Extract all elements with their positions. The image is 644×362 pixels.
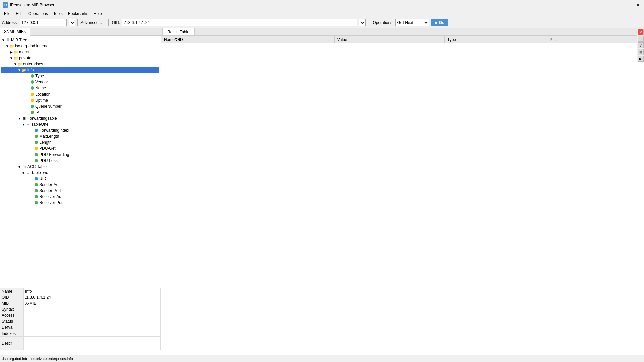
label-sender-ad: Sender-Ad: [39, 182, 58, 187]
operations-select[interactable]: Get Next Get Get Bulk Set Walk Table: [395, 19, 429, 26]
expand-private[interactable]: ▼: [9, 56, 13, 60]
tree-node-name[interactable]: Name: [1, 85, 159, 91]
icon-mib-tree: 🖥: [6, 38, 10, 42]
tree-node-tableone[interactable]: ▼ ≡ TableOne: [1, 121, 159, 127]
label-enterprises: enterprises: [23, 62, 43, 66]
label-maxlength: MaxLength: [39, 134, 59, 139]
icon-pdu-get: [34, 146, 39, 151]
tree-node-sender-ad[interactable]: Sender-Ad: [1, 182, 159, 188]
sidebar-icon-play[interactable]: ▶: [638, 56, 644, 62]
address-dropdown[interactable]: [69, 19, 75, 26]
label-pdu-loss: PDU-Loss: [39, 158, 58, 163]
menu-help[interactable]: Help: [91, 11, 105, 17]
icon-forwardingindex: [34, 128, 39, 133]
title-bar: iR iReasoning MIB Browser ─ □ ✕: [0, 0, 644, 10]
sidebar-icon-help[interactable]: ?: [638, 42, 644, 48]
tree-node-type[interactable]: Type: [1, 73, 159, 79]
tree-node-uid[interactable]: UID: [1, 176, 159, 182]
close-button[interactable]: ✕: [635, 2, 641, 8]
tree-node-location[interactable]: Location: [1, 91, 159, 97]
col-type: Type: [445, 36, 546, 43]
result-tab-bar: Result Table: [161, 28, 644, 36]
toolbar: Address: Advanced... OID: Operations: Ge…: [0, 17, 644, 28]
sidebar-icon-close[interactable]: ✕: [638, 29, 644, 35]
tree-node-forwardingtable[interactable]: ▼ ⊞ ForwardingTable: [1, 115, 159, 121]
result-table-header-row: Name/OID Value Type IP:...: [161, 36, 644, 43]
icon-uptime: [30, 98, 35, 103]
label-mgmt: mgmt: [19, 50, 29, 54]
icon-name: [30, 86, 35, 90]
prop-key-status: Status: [0, 318, 24, 324]
icon-length: [34, 140, 39, 145]
tree-node-uptime[interactable]: Uptime: [1, 97, 159, 103]
tree-node-receiver-port[interactable]: Receiver-Port: [1, 200, 159, 206]
prop-key-descr: Descr: [0, 337, 24, 350]
expand-tabletwo[interactable]: ▼: [21, 171, 25, 175]
prop-key-defval: DefVal: [0, 324, 24, 330]
tree-node-tabletwo[interactable]: ▼ ≡ TableTwo: [1, 170, 159, 176]
expand-acc-table[interactable]: ▼: [17, 165, 21, 169]
tree-node-receiver-ad[interactable]: Receiver-Ad: [1, 194, 159, 200]
tree-node-acc-table[interactable]: ▼ ⊞ ACC-Table: [1, 164, 159, 170]
tree-node-mib-tree[interactable]: ▼ 🖥 MIB Tree: [1, 37, 159, 43]
tree-node-maxlength[interactable]: MaxLength: [1, 133, 159, 139]
prop-row-oid: OID .1.3.6.1.4.1.24: [0, 294, 161, 300]
status-path: .iso.org.dod.internet.private.enterprise…: [2, 357, 73, 361]
minimize-button[interactable]: ─: [619, 2, 625, 8]
tree-node-ip[interactable]: IP: [1, 109, 159, 115]
address-label: Address:: [2, 20, 18, 25]
icon-private: 📁: [14, 56, 18, 60]
expand-iso[interactable]: ▼: [5, 44, 9, 48]
tree-node-length[interactable]: Length: [1, 139, 159, 145]
oid-input[interactable]: [122, 19, 357, 26]
oid-dropdown[interactable]: [359, 19, 366, 26]
tree-node-forwardingindex[interactable]: ForwardingIndex: [1, 127, 159, 133]
tree-node-mgmt[interactable]: ▶ 📁 mgmt: [1, 49, 159, 55]
menu-bookmarks[interactable]: Bookmarks: [65, 11, 91, 17]
tab-snmp-mibs[interactable]: SNMP MIBs: [0, 28, 30, 36]
expand-info[interactable]: ▼: [17, 68, 21, 72]
label-tableone: TableOne: [31, 122, 48, 127]
tab-result-table[interactable]: Result Table: [162, 28, 195, 35]
prop-row-descr: Descr: [0, 337, 161, 350]
prop-key-access: Access: [0, 312, 24, 318]
expand-mib-tree[interactable]: ▼: [1, 38, 5, 42]
tree-node-info[interactable]: ▼ 📂 info: [1, 67, 159, 73]
tree-node-queuenumber[interactable]: QueueNumber: [1, 103, 159, 109]
go-button[interactable]: ▶ Go: [431, 19, 448, 26]
prop-val-access: [24, 312, 161, 318]
icon-info: 📂: [22, 68, 26, 72]
label-iso: iso.org.dod.internet: [15, 44, 50, 48]
menu-tools[interactable]: Tools: [51, 11, 65, 17]
properties-panel: Name info OID .1.3.6.1.4.1.24 MIB X-MIB …: [0, 288, 161, 355]
tree-node-vendor[interactable]: Vendor: [1, 79, 159, 85]
expand-mgmt[interactable]: ▶: [9, 50, 13, 54]
icon-iso: 📁: [10, 44, 14, 48]
icon-vendor: [30, 80, 35, 84]
prop-row-indexes: Indexes: [0, 330, 161, 337]
icon-sender-ad: [34, 182, 39, 187]
tree-node-private[interactable]: ▼ 📁 private: [1, 55, 159, 61]
label-tabletwo: TableTwo: [31, 170, 48, 175]
menu-file[interactable]: File: [1, 11, 13, 17]
prop-key-indexes: Indexes: [0, 330, 24, 337]
menu-edit[interactable]: Edit: [13, 11, 25, 17]
tree-node-pdu-forwarding[interactable]: PDU-Forwarding: [1, 152, 159, 158]
tree-node-iso[interactable]: ▼ 📁 iso.org.dod.internet: [1, 43, 159, 49]
advanced-button[interactable]: Advanced...: [77, 19, 105, 26]
expand-enterprises[interactable]: ▼: [13, 62, 17, 66]
col-name-oid: Name/OID: [161, 36, 335, 43]
mib-tree-area[interactable]: ▼ 🖥 MIB Tree ▼ 📁 iso.org.dod.internet ▶ …: [0, 36, 161, 288]
tree-node-pdu-loss[interactable]: PDU-Loss: [1, 158, 159, 164]
app-title: iReasoning MIB Browser: [10, 3, 619, 7]
sidebar-icon-grid[interactable]: ⊞: [638, 49, 644, 55]
address-input[interactable]: [20, 19, 67, 26]
maximize-button[interactable]: □: [627, 2, 633, 8]
tree-node-sender-port[interactable]: Sender-Port: [1, 188, 159, 194]
tree-node-pdu-get[interactable]: PDU-Get: [1, 145, 159, 152]
expand-forwardingtable[interactable]: ▼: [17, 116, 21, 120]
sidebar-icon-list[interactable]: ☰: [638, 36, 644, 42]
menu-operations[interactable]: Operations: [25, 11, 51, 17]
expand-tableone[interactable]: ▼: [21, 122, 25, 126]
tree-node-enterprises[interactable]: ▼ 📁 enterprises: [1, 61, 159, 67]
